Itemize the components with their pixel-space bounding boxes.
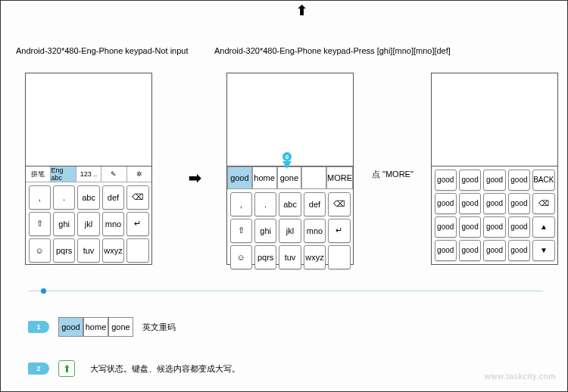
key-wxyz[interactable]: wxyz [102,238,124,263]
more-grid-word[interactable]: good [459,240,481,261]
legend-badge-2: 2 [28,362,49,375]
phone-more-expanded: goodgoodgoodgoodBACKgoodgoodgoodgood⌫goo… [431,73,558,265]
phone-not-input: 拼笔 Eng abc 123 .. ✎ ✲ , . abc def ⌫ ⇧ gh… [25,73,152,265]
divider-line [28,291,543,291]
key-wxyz[interactable]: wxyz [304,245,326,269]
cursor-badge: 0 [282,152,292,161]
more-grid-word[interactable]: good [483,216,505,238]
tab-settings[interactable]: ✲ [127,166,151,182]
key-space[interactable] [126,238,148,263]
watermark: www.taskcity.com [485,372,556,381]
tab-eng[interactable]: Eng abc [51,166,76,182]
key-abc[interactable]: abc [279,192,301,216]
key-mno[interactable]: mno [304,219,326,243]
more-grid-word[interactable]: good [508,170,530,191]
legend-row-2: 2 ⬆ 大写状态。键盘、候选内容都变成大写。 [28,360,240,377]
more-label: 点 "MORE" [372,169,414,180]
key-shift[interactable]: ⇧ [29,212,51,236]
more-grid-word[interactable]: good [483,193,505,214]
ime-tabs: 拼笔 Eng abc 123 .. ✎ ✲ [26,166,151,182]
key-def[interactable]: def [304,192,326,216]
key-ghi[interactable]: ghi [53,212,75,236]
more-grid-word[interactable]: good [508,240,530,261]
top-arrow-icon: ⬆ [296,2,307,19]
legend-cand-good: good [58,317,83,337]
more-grid-word[interactable]: good [508,193,530,214]
key-shift[interactable]: ⇧ [230,219,252,243]
more-grid-word[interactable]: good [459,216,481,238]
key-space[interactable] [328,245,350,269]
more-grid-word[interactable]: good [459,193,481,214]
more-grid-last-col[interactable]: BACK [532,170,554,191]
more-grid-last-col[interactable]: ▲ [532,216,554,238]
display-area [432,73,557,166]
tab-handwrite[interactable]: ✎ [101,166,126,182]
key-abc[interactable]: abc [77,185,99,210]
candidate-home[interactable]: home [252,166,277,189]
more-grid-word[interactable]: good [483,170,505,191]
key-mno[interactable]: mno [102,212,124,236]
more-grid: goodgoodgoodgoodBACKgoodgoodgoodgood⌫goo… [432,166,557,263]
key-ghi[interactable]: ghi [254,219,276,243]
more-grid-word[interactable]: good [435,216,457,238]
more-grid-last-col[interactable]: ⌫ [532,193,554,214]
key-pqrs[interactable]: pqrs [53,238,75,263]
title-press: Android-320*480-Eng-Phone keypad-Press [… [214,46,451,55]
more-grid-word[interactable]: good [508,216,530,238]
key-enter[interactable]: ↵ [328,219,350,243]
key-pqrs[interactable]: pqrs [254,245,276,269]
cursor-arrow-icon [282,161,292,169]
candidate-row: good home gone MORE [227,166,353,189]
legend-row-1: 1 good home gone 英文重码 [28,317,176,337]
candidate-gone[interactable]: gone [277,166,302,189]
tab-number[interactable]: 123 .. [76,166,101,182]
candidate-empty[interactable] [301,166,326,189]
key-jkl[interactable]: jkl [279,219,301,243]
key-emoji[interactable]: ☺ [230,245,252,269]
key-tuv[interactable]: tuv [279,245,301,269]
key-comma[interactable]: , [29,185,51,210]
key-def[interactable]: def [102,185,124,210]
shift-green-icon: ⬆ [58,360,75,377]
candidate-good[interactable]: good [227,166,252,189]
keypad: , . abc def ⌫ ⇧ ghi jkl mno ↵ ☺ pqrs tuv… [227,189,353,272]
more-grid-word[interactable]: good [435,170,457,191]
legend-cand-gone: gone [108,317,133,337]
phone-press: good home gone MORE , . abc def ⌫ ⇧ ghi … [226,73,354,265]
key-jkl[interactable]: jkl [77,212,99,236]
key-backspace[interactable]: ⌫ [328,192,350,216]
key-tuv[interactable]: tuv [77,238,99,263]
key-emoji[interactable]: ☺ [29,238,51,263]
cursor-indicator: 0 [281,152,292,169]
more-grid-last-col[interactable]: ▼ [532,240,554,261]
more-grid-word[interactable]: good [435,193,457,214]
key-comma[interactable]: , [230,192,252,216]
legend-badge-1: 1 [28,321,49,333]
display-area [26,73,151,166]
legend-text-1: 英文重码 [142,322,176,333]
tab-pinyin[interactable]: 拼笔 [26,166,51,182]
arrow-right-icon: ➡ [189,169,201,187]
candidate-more[interactable]: MORE [326,166,353,189]
legend-cand-home: home [83,317,108,337]
key-period[interactable]: . [53,185,75,210]
key-backspace[interactable]: ⌫ [126,185,148,210]
divider-dot-icon [41,288,46,294]
title-not-input: Android-320*480-Eng-Phone keypad-Not inp… [16,46,189,55]
keypad: , . abc def ⌫ ⇧ ghi jkl mno ↵ ☺ pqrs tuv… [26,182,151,265]
more-grid-word[interactable]: good [459,170,481,191]
legend-text-2: 大写状态。键盘、候选内容都变成大写。 [90,363,240,375]
key-period[interactable]: . [254,192,276,216]
key-enter[interactable]: ↵ [126,212,148,236]
more-grid-word[interactable]: good [483,240,505,261]
more-grid-word[interactable]: good [435,240,457,261]
